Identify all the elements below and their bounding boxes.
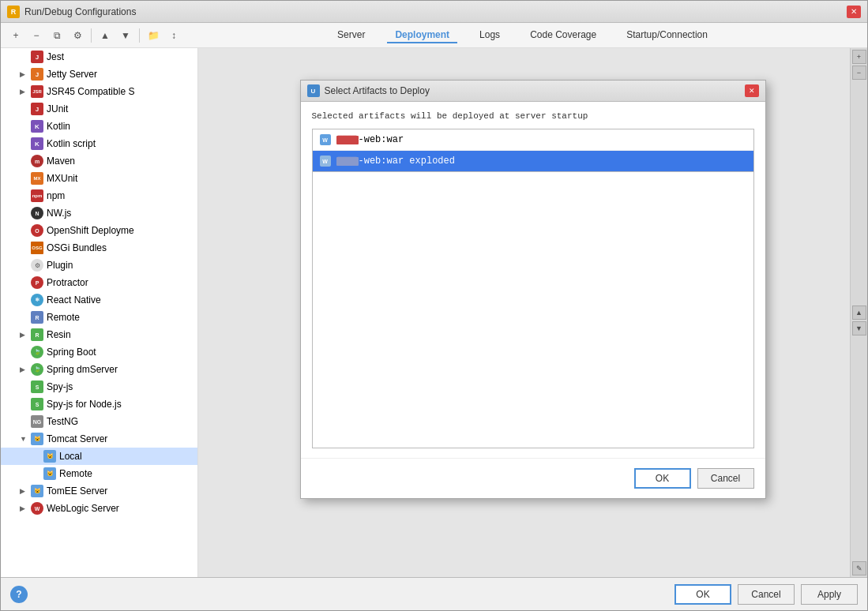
tree-arrow-springdm	[20, 365, 28, 373]
sort-button[interactable]: ↕	[165, 27, 182, 44]
sidebar-item-kotlin[interactable]: K Kotlin	[1, 118, 197, 135]
sidebar-item-nwjs[interactable]: N NW.js	[1, 204, 197, 222]
apply-button[interactable]: Apply	[801, 584, 858, 605]
artifact-img-war: W	[320, 134, 331, 145]
weblogic-icon: W	[31, 502, 43, 515]
artifact-item-war-exploded[interactable]: W ████-web:war exploded	[313, 151, 753, 171]
tab-deployment[interactable]: Deployment	[387, 28, 457, 43]
sidebar-label-osgi: OSGi Bundles	[47, 242, 107, 253]
sidebar-item-resin[interactable]: R Resin	[1, 326, 197, 343]
sidebar-item-spyjs[interactable]: S Spy-js	[1, 378, 197, 395]
copy-button[interactable]: ⧉	[48, 27, 66, 44]
dialog-title-bar: U Select Artifacts to Deploy ✕	[301, 81, 765, 102]
artifact-redacted-exploded: ████	[336, 157, 359, 166]
sidebar-label-jest: Jest	[47, 51, 64, 62]
nwjs-icon: N	[31, 207, 43, 219]
sidebar-item-spyjs-node[interactable]: S Spy-js for Node.js	[1, 395, 197, 413]
sidebar-item-junit[interactable]: J JUnit	[1, 100, 197, 118]
sidebar-item-reactnative[interactable]: ⚛ React Native	[1, 291, 197, 309]
remove-button[interactable]: −	[28, 27, 45, 44]
tab-logs[interactable]: Logs	[472, 28, 508, 43]
artifact-icon-war-exploded: W	[319, 155, 332, 167]
sidebar-label-springdm: Spring dmServer	[47, 364, 118, 375]
sidebar-label-jsr45: JSR45 Compatible S	[47, 86, 134, 97]
dialog-close-button[interactable]: ✕	[745, 84, 759, 97]
move-down-button[interactable]: ▼	[117, 27, 134, 44]
sidebar-item-springboot[interactable]: 🍃 Spring Boot	[1, 343, 197, 361]
help-button[interactable]: ?	[10, 586, 28, 603]
artifact-icon-war: W	[319, 133, 332, 146]
cancel-button[interactable]: Cancel	[738, 584, 795, 605]
dialog-cancel-button[interactable]: Cancel	[697, 468, 754, 489]
tree-arrow-tomee	[20, 487, 28, 495]
toolbar-separator-1	[91, 28, 92, 43]
sidebar-item-tomcat-local[interactable]: 🐱 Local	[1, 448, 197, 465]
tomcat-remote-icon: 🐱	[43, 467, 56, 480]
sidebar-item-kotlin-script[interactable]: K Kotlin script	[1, 135, 197, 152]
protractor-icon: P	[31, 276, 43, 289]
artifact-item-war[interactable]: W ████-web:war	[313, 129, 753, 151]
sidebar-item-springdm[interactable]: 🍃 Spring dmServer	[1, 361, 197, 378]
sidebar-item-jsr45[interactable]: JSR JSR45 Compatible S	[1, 83, 197, 100]
sidebar-label-mxunit: MXUnit	[47, 173, 77, 184]
sidebar-label-resin: Resin	[47, 329, 71, 340]
folder-button[interactable]: 📁	[145, 27, 162, 44]
add-button[interactable]: +	[7, 27, 24, 44]
move-up-button[interactable]: ▲	[96, 27, 114, 44]
sidebar-item-tomcat-remote[interactable]: 🐱 Remote	[1, 465, 197, 482]
sidebar-label-npm: npm	[47, 190, 65, 201]
tree-arrow-tomcat	[20, 435, 28, 443]
sidebar-item-mxunit[interactable]: MX MXUnit	[1, 170, 197, 187]
dialog-overlay: U Select Artifacts to Deploy ✕ Selected …	[198, 48, 867, 577]
sidebar-label-tomcat-server: Tomcat Server	[47, 433, 107, 444]
app-icon: R	[7, 6, 20, 18]
sidebar-item-testng[interactable]: NG TestNG	[1, 413, 197, 430]
jsr45-icon: JSR	[31, 85, 43, 98]
sidebar-item-npm[interactable]: npm npm	[1, 187, 197, 204]
sidebar-item-maven[interactable]: m Maven	[1, 152, 197, 170]
artifact-name-war-exploded: ████-web:war exploded	[336, 156, 455, 167]
sidebar-label-weblogic: WebLogic Server	[47, 503, 119, 514]
remote-icon: R	[31, 311, 43, 324]
tab-code-coverage[interactable]: Code Coverage	[522, 28, 604, 43]
select-artifacts-dialog: U Select Artifacts to Deploy ✕ Selected …	[300, 80, 766, 499]
sidebar-item-protractor[interactable]: P Protractor	[1, 274, 197, 291]
tomcat-local-icon: 🐱	[43, 450, 56, 463]
tomee-icon: 🐱	[31, 485, 43, 497]
tree-arrow-jetty	[20, 70, 28, 78]
sidebar-item-jest[interactable]: J Jest	[1, 48, 197, 66]
close-button[interactable]: ✕	[847, 6, 861, 18]
dialog-ok-button[interactable]: OK	[634, 468, 691, 489]
sidebar-label-jetty: Jetty Server	[47, 69, 97, 80]
sidebar-item-remote[interactable]: R Remote	[1, 309, 197, 326]
sidebar-item-weblogic[interactable]: W WebLogic Server	[1, 500, 197, 517]
sidebar-label-maven: Maven	[47, 156, 75, 167]
sidebar-item-plugin[interactable]: ⚙ Plugin	[1, 257, 197, 274]
dialog-body: Selected artifacts will be deployed at s…	[301, 102, 765, 458]
sidebar-item-openshift[interactable]: O OpenShift Deployme	[1, 222, 197, 239]
kotlin-icon: K	[31, 120, 43, 133]
sidebar-item-tomcat-server[interactable]: 🐱 Tomcat Server	[1, 430, 197, 448]
window-title: Run/Debug Configurations	[24, 6, 136, 17]
artifact-empty-space	[312, 172, 754, 448]
dialog-title-text: Select Artifacts to Deploy	[325, 85, 430, 96]
artifact-img-war-exploded: W	[320, 156, 331, 167]
title-bar: R Run/Debug Configurations ✕	[1, 1, 867, 23]
tab-startup-connection[interactable]: Startup/Connection	[618, 28, 716, 43]
tab-server[interactable]: Server	[329, 28, 373, 43]
sidebar-item-jetty[interactable]: J Jetty Server	[1, 66, 197, 83]
tree-arrow-resin	[20, 331, 28, 339]
sidebar-item-tomee[interactable]: 🐱 TomEE Server	[1, 482, 197, 500]
sidebar-label-tomee: TomEE Server	[47, 485, 107, 497]
sidebar-label-nwjs: NW.js	[47, 208, 71, 219]
sidebar-label-tomcat-remote: Remote	[59, 468, 92, 479]
settings-button[interactable]: ⚙	[69, 27, 86, 44]
resin-icon: R	[31, 328, 43, 341]
ok-button[interactable]: OK	[674, 584, 731, 605]
main-right: + − ▲ ▼ ✎ U	[198, 48, 867, 577]
sidebar-item-osgi[interactable]: OSG OSGi Bundles	[1, 239, 197, 257]
dialog-title-icon: U	[307, 84, 320, 97]
artifact-redacted-war: ████	[336, 136, 359, 144]
sidebar-label-spyjs: Spy-js	[47, 381, 73, 392]
dialog-footer: OK Cancel	[301, 458, 765, 498]
